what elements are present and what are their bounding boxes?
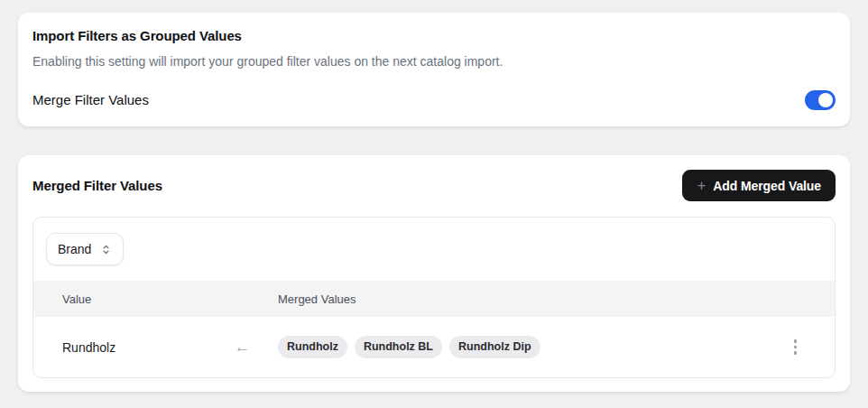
import-card-title: Import Filters as Grouped Values [32,27,836,45]
toggle-knob [818,93,833,107]
column-header-merged-values: Merged Values [278,292,356,306]
merged-filter-values-card: Merged Filter Values + Add Merged Value … [18,155,850,392]
table-row: Rundholz ← Rundholz Rundholz BL Rundholz… [33,317,835,377]
chevron-up-down-icon [100,244,112,255]
merge-filter-values-toggle[interactable] [805,90,836,110]
column-header-value: Value [33,292,278,306]
import-filters-card: Import Filters as Grouped Values Enablin… [18,13,850,126]
table-header-row: Value Merged Values [33,281,835,317]
add-merged-value-button[interactable]: + Add Merged Value [682,170,836,201]
merged-values-cell: Rundholz Rundholz BL Rundholz Dip [278,336,540,358]
merge-filter-values-label: Merge Filter Values [32,91,149,109]
merged-value-chip: Rundholz Dip [449,336,540,358]
kebab-icon [794,339,798,343]
column-header-value-label: Value [62,292,91,306]
merge-filter-values-row: Merge Filter Values [32,90,836,110]
add-merged-value-label: Add Merged Value [713,179,821,193]
merged-card-title: Merged Filter Values [32,177,162,195]
plus-icon: + [697,178,706,193]
merged-value-chip: Rundholz BL [355,336,442,358]
import-card-description: Enabling this setting will import your g… [32,52,836,70]
arrow-left-icon: ← [235,339,250,355]
filter-type-select[interactable]: Brand [46,233,124,265]
row-value-cell: Rundholz ← [33,339,278,355]
filter-type-select-value: Brand [58,242,91,256]
merged-value-chip: Rundholz [278,336,347,358]
merged-card-header: Merged Filter Values + Add Merged Value [32,170,836,201]
row-value: Rundholz [62,340,115,355]
merged-values-panel: Brand Value Merged Values Rundholz ← [32,217,836,378]
row-actions-menu-button[interactable] [790,336,801,358]
filter-bar: Brand [33,218,835,281]
settings-page: Import Filters as Grouped Values Enablin… [0,0,868,408]
